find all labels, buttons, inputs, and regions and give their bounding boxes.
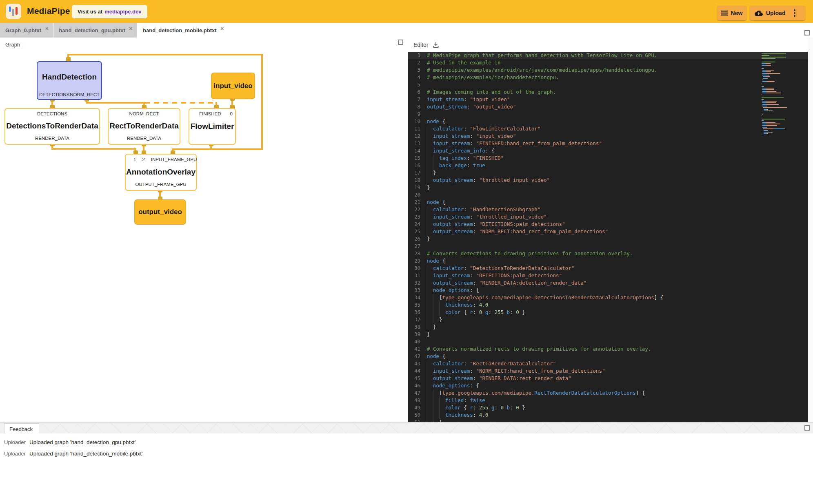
tab-graph-0-pbtxt[interactable]: Graph_0.pbtxt ✕ <box>0 23 53 38</box>
menu-icon <box>721 11 728 15</box>
code-line: 23input_stream: "throttled_input_video" <box>408 213 808 221</box>
download-icon[interactable] <box>432 41 440 49</box>
graph-edge <box>67 54 263 55</box>
tab-label: hand_detection_mobile.pbtxt <box>143 27 217 33</box>
code-line: 9 <box>408 111 808 118</box>
code-line: 50thickness: 4.0 <box>408 411 808 419</box>
code-line: 35thickness: 4.0 <box>408 301 808 309</box>
code-line: 17} <box>408 169 808 177</box>
port-finished: FINISHED <box>199 111 221 116</box>
code-line: 26} <box>408 235 808 243</box>
editor-minimap[interactable] <box>762 53 793 137</box>
graph-edge <box>172 148 212 150</box>
code-line: 51} <box>408 419 808 422</box>
code-line: 3# mediapipie/examples/android/src/java/… <box>408 66 808 74</box>
more-options-icon[interactable] <box>793 9 797 18</box>
new-button-label: New <box>731 10 743 16</box>
close-icon[interactable]: ✕ <box>220 26 224 31</box>
code-editor[interactable]: 1# MediaPipe graph that performs hand de… <box>408 52 808 422</box>
code-line: 33node_options: { <box>408 287 808 294</box>
new-button[interactable]: New <box>717 6 746 20</box>
graph-tab-label: Graph <box>5 42 20 48</box>
port-2: 2 <box>142 157 144 162</box>
feedback-message: Uploaded graph 'hand_detection_gpu.pbtxt… <box>29 439 136 445</box>
code-line: 20 <box>408 191 808 199</box>
code-line: 14input_stream_info: { <box>408 147 808 155</box>
code-line: 31input_stream: "DETECTIONS:palm_detecti… <box>408 272 808 279</box>
mediapipe-dev-link[interactable]: mediapipe.dev <box>104 9 141 15</box>
code-line: 6# Images coming into and out of the gra… <box>408 88 808 96</box>
visit-us-text: Visit us at <box>78 9 102 15</box>
graph-canvas[interactable]: HandDetection DETECTIONS NORM_RECT input… <box>0 50 408 422</box>
code-line: 28# Converts detections to drawing primi… <box>408 250 808 257</box>
node-title: AnnotationOverlay <box>126 162 196 182</box>
code-line: 47[type.googleapis.com/mediapipe.RectToR… <box>408 389 808 397</box>
port-render-data: RENDER_DATA <box>35 136 69 141</box>
code-line: 42node { <box>408 353 808 360</box>
code-line: 37} <box>408 316 808 323</box>
app-title: MediaPipe <box>27 6 70 16</box>
graph-node-handdetection[interactable]: HandDetection DETECTIONS NORM_RECT <box>37 61 102 100</box>
app-header: MediaPipe Visit us at mediapipe.dev New <box>0 0 813 23</box>
port-1: 1 <box>133 157 136 162</box>
close-icon[interactable]: ✕ <box>129 26 133 31</box>
code-line: 46node_options: { <box>408 382 808 389</box>
port-norm-rect: NORM_RECT <box>129 111 159 116</box>
feedback-panel-tab[interactable]: Feedback <box>4 423 39 434</box>
feedback-strip <box>0 422 813 433</box>
graph-node-input-video[interactable]: input_video <box>211 73 255 99</box>
tab-hand-detection-gpu-pbtxt[interactable]: hand_detection_gpu.pbtxt ✕ <box>53 23 137 38</box>
code-line: 16back_edge: true <box>408 162 808 169</box>
graph-node-recttorenderdata[interactable]: NORM_RECT RectToRenderData RENDER_DATA <box>108 108 180 145</box>
code-line: 11calculator: "FlowLimiterCalculator" <box>408 125 808 133</box>
code-line: 5 <box>408 81 808 88</box>
upload-button-label: Upload <box>766 10 785 16</box>
graph-edge <box>51 148 136 150</box>
mediapipe-logo-icon <box>6 4 21 19</box>
code-line: 34[type.googleapis.com/mediapipe.Detecti… <box>408 294 808 301</box>
editor-scrollbar[interactable] <box>808 38 813 422</box>
feedback-tab-label: Feedback <box>9 426 33 432</box>
code-line: 25output_stream: "NORM_RECT:hand_rect_fr… <box>408 228 808 235</box>
code-line: 2# Used in the example in <box>408 59 808 66</box>
code-line: 27 <box>408 243 808 250</box>
port-render-data: RENDER_DATA <box>127 136 161 141</box>
feedback-entry: Uploader Uploaded graph 'hand_detection_… <box>0 436 813 448</box>
port-0: 0 <box>230 111 233 116</box>
node-title: DetectionsToRenderData <box>5 116 99 136</box>
close-icon[interactable]: ✕ <box>45 26 49 31</box>
feedback-panel-maximize-icon[interactable] <box>804 425 810 431</box>
file-tab-strip: Graph_0.pbtxt ✕ hand_detection_gpu.pbtxt… <box>0 23 813 38</box>
code-line: 13input_stream: "FINISHED:hand_rect_from… <box>408 140 808 147</box>
code-line: 39} <box>408 331 808 338</box>
port-norm-rect: NORM_RECT <box>70 92 100 97</box>
cloud-upload-icon <box>755 10 763 16</box>
graph-node-flowlimiter[interactable]: FINISHED 0 FlowLimiter <box>189 108 236 145</box>
code-line: 4# mediapipie/examples/ios/handdetection… <box>408 74 808 81</box>
feedback-source: Uploader <box>4 439 29 445</box>
graph-node-detectionstorenderdata[interactable]: DETECTIONS DetectionsToRenderData RENDER… <box>4 108 100 145</box>
code-line: 15tag_index: "FINISHED" <box>408 155 808 162</box>
editor-panel-tab[interactable]: Editor <box>408 38 446 52</box>
editor-panel-maximize-icon[interactable] <box>804 30 810 35</box>
graph-node-annotationoverlay[interactable]: 1 2 INPUT_FRAME_GPU AnnotationOverlay OU… <box>125 154 197 191</box>
graph-edge <box>210 148 263 150</box>
code-line: 36color { r: 0 g: 255 b: 0 } <box>408 309 808 316</box>
code-line: 10node { <box>408 118 808 125</box>
graph-node-output-video[interactable]: output_video <box>134 199 186 225</box>
node-title: FlowLimiter <box>189 116 235 137</box>
code-line: 12input_stream: "input_video" <box>408 133 808 140</box>
code-line: 19} <box>408 184 808 191</box>
code-line: 48filled: false <box>408 397 808 404</box>
upload-button[interactable]: Upload <box>750 6 805 20</box>
code-line: 41# Converts normalized rects to drawing… <box>408 345 808 353</box>
feedback-entry: Uploader Uploaded graph 'hand_detection_… <box>0 448 813 459</box>
graph-edge <box>261 54 263 150</box>
code-line: 22calculator: "HandDetectionSubgraph" <box>408 206 808 213</box>
code-line: 18output_stream: "throttled_input_video" <box>408 177 808 184</box>
graph-panel-maximize-icon[interactable] <box>398 40 403 45</box>
code-line: 8output_stream: "output_video" <box>408 103 808 111</box>
tab-hand-detection-mobile-pbtxt[interactable]: hand_detection_mobile.pbtxt ✕ <box>138 23 228 38</box>
graph-edge <box>86 102 145 104</box>
code-line: 32output_stream: "RENDER_DATA:detection_… <box>408 279 808 287</box>
